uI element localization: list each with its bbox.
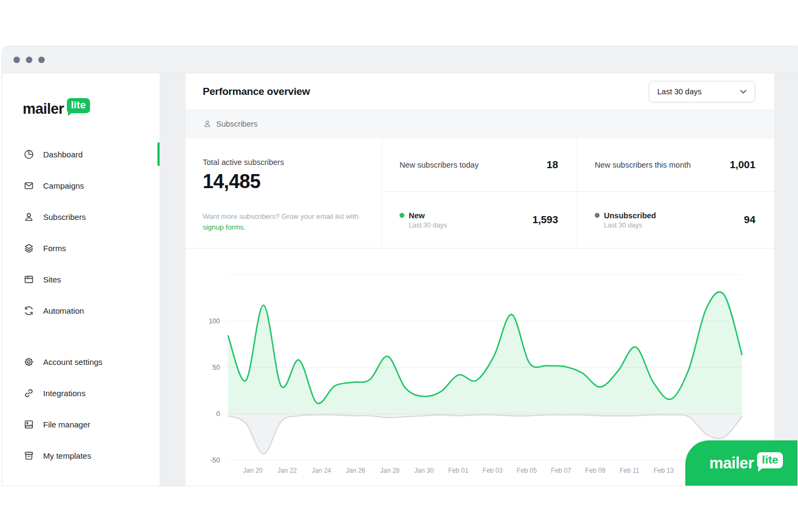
sidebar-item-label: Dashboard [43,150,82,159]
subscribers-hint: Want more subscribers? Grow your email l… [203,211,364,233]
sidebar-item-label: Automation [43,306,84,315]
window-dot-1[interactable] [13,57,20,63]
sidebar-item-label: File manager [43,420,91,429]
new-subscribers-today-card: New subscribers today 18 [382,138,577,192]
new-last-30-days-card: New Last 30 days 1,593 [382,192,577,248]
new-series-dot [400,213,404,218]
x-tick-label: Feb 11 [620,467,639,474]
person-icon [24,212,34,222]
x-tick-label: Feb 01 [448,467,469,474]
y-tick-label: 100 [209,317,220,325]
unsubscribed-area [228,414,742,454]
new-today-value: 18 [547,159,558,171]
date-range-dropdown[interactable]: Last 30 days [649,81,755,102]
new-30d-value: 1,593 [532,214,558,226]
sidebar-item-label: Forms [43,244,66,253]
window-dot-3[interactable] [38,57,45,63]
sidebar-group-gap [2,329,160,349]
person-icon [203,120,211,128]
mailerlite-logo[interactable]: mailer lite [23,99,160,119]
sidebar-item-automation[interactable]: Automation [2,298,160,323]
total-subscribers-label: Total active subscribers [203,158,364,167]
x-tick-label: Jan 22 [277,467,297,474]
new-30d-label: New [409,211,425,220]
sidebar-item-subscribers[interactable]: Subscribers [2,204,160,229]
new-today-label: New subscribers today [400,161,479,169]
page-title: Performance overview [203,86,649,98]
sidebar-item-campaigns[interactable]: Campaigns [2,173,160,198]
report-tabbar: Subscribers [185,110,774,138]
sidebar: mailer lite Dashboard Campaigns [2,73,160,486]
sidebar-item-integrations[interactable]: Integrations [2,381,160,405]
date-range-value: Last 30 days [657,87,701,96]
gear-icon [24,357,34,367]
unsubscribed-value: 94 [744,214,755,226]
image-icon [24,419,34,430]
logo-brand-text: mailer [23,99,64,119]
x-tick-label: Jan 28 [380,467,400,474]
window-dot-2[interactable] [26,57,32,63]
new-month-value: 1,001 [730,159,755,171]
unsubscribed-series-dot [595,213,600,218]
unsubscribed-sublabel: Last 30 days [604,222,656,229]
new-subscribers-month-card: New subscribers this month 1,001 [577,138,774,192]
window-titlebar [2,46,798,73]
sidebar-item-label: My templates [43,451,91,460]
badge-brand-text: mailer [710,454,754,472]
sidebar-nav: Dashboard Campaigns Subscribers [2,142,160,468]
new-30d-sublabel: Last 30 days [409,222,447,229]
tab-subscribers[interactable]: Subscribers [216,120,258,128]
x-tick-label: Feb 13 [653,467,674,474]
unsubscribed-card: Unsubscribed Last 30 days 94 [577,192,774,248]
sidebar-item-label: Integrations [43,389,85,398]
main-header: Performance overview Last 30 days [185,73,774,110]
x-tick-label: Feb 05 [517,467,537,474]
app-window: mailer lite Dashboard Campaigns [2,46,798,486]
unsubscribed-label: Unsubscribed [604,211,656,220]
stats-middle-column: New subscribers today 18 New Last 30 day… [382,138,577,248]
y-tick-label: 0 [216,410,220,418]
sidebar-item-label: Campaigns [43,181,84,190]
logo-lite-bubble: lite [67,98,90,113]
main-panel: Performance overview Last 30 days Subscr… [185,73,774,486]
x-tick-label: Feb 03 [483,467,503,474]
stats-row: Total active subscribers 14,485 Want mor… [185,138,774,248]
mailerlite-corner-badge: mailer lite [685,440,797,486]
sidebar-item-dashboard[interactable]: Dashboard [2,142,160,167]
pie-chart-icon [24,149,34,160]
x-tick-label: Feb 07 [551,467,572,474]
x-tick-label: Jan 26 [346,467,365,474]
stats-right-column: New subscribers this month 1,001 Unsubsc… [577,138,774,248]
sidebar-item-my-templates[interactable]: My templates [2,443,160,468]
signup-forms-link[interactable]: signup forms. [203,223,245,231]
x-tick-label: Jan 20 [243,467,263,474]
link-icon [24,388,34,398]
envelope-icon [24,181,34,191]
x-tick-label: Jan 30 [414,467,434,474]
total-subscribers-value: 14,485 [203,170,364,193]
sidebar-item-file-manager[interactable]: File manager [2,412,160,437]
refresh-cycle-icon [24,306,34,316]
sidebar-item-forms[interactable]: Forms [2,236,160,260]
new-area [228,292,742,414]
subscribers-area-chart: 100500-50Jan 20Jan 22Jan 24Jan 26Jan 28J… [185,248,774,486]
sidebar-item-label: Subscribers [43,212,86,222]
browser-window-icon [24,274,34,285]
sidebar-item-label: Account settings [43,357,102,367]
badge-lite-bubble: lite [757,452,783,468]
archive-box-icon [24,451,34,461]
sidebar-item-label: Sites [43,275,61,284]
sidebar-item-account-settings[interactable]: Account settings [2,349,160,374]
y-tick-label: -50 [210,457,220,464]
chevron-down-icon [740,89,747,94]
chart-canvas: 100500-50Jan 20Jan 22Jan 24Jan 26Jan 28J… [185,248,774,486]
new-month-label: New subscribers this month [595,161,691,169]
unsubscribed-line [228,414,742,454]
window-body: mailer lite Dashboard Campaigns [2,73,798,486]
total-subscribers-card: Total active subscribers 14,485 Want mor… [185,138,382,248]
sidebar-item-sites[interactable]: Sites [2,267,160,292]
x-tick-label: Feb 09 [585,467,606,474]
hint-text: Want more subscribers? Grow your email l… [203,212,359,220]
layers-icon [24,243,34,253]
x-tick-label: Jan 24 [312,467,331,474]
